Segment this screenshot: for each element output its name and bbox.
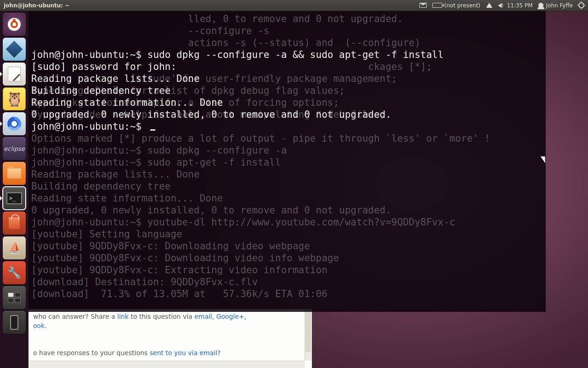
text-editor-icon: [8, 67, 21, 81]
bg-link-facebook[interactable]: ook: [33, 322, 45, 329]
top-panel: john@john-ubuntu: ~ (not present) 11:35 …: [0, 0, 588, 11]
battery-icon: [432, 3, 442, 8]
terminal-icon: >_: [6, 192, 22, 204]
eclipse-icon: eclipse: [4, 145, 24, 152]
launcher-phone[interactable]: [3, 311, 26, 334]
network-wifi-icon[interactable]: [486, 3, 492, 8]
unity-launcher: 🦉 eclipse >_ ⛵ 🔧: [0, 11, 28, 368]
battery-text: (not present): [444, 2, 480, 9]
bg-link-email[interactable]: email: [194, 313, 212, 320]
window-title: john@john-ubuntu: ~: [0, 2, 73, 9]
sound-volume-icon[interactable]: [498, 3, 502, 8]
ship-icon: ⛵: [8, 242, 21, 254]
launcher-text-editor[interactable]: [3, 63, 26, 86]
launcher-workspace-switcher[interactable]: [3, 286, 26, 309]
bg-text-line-1: who can answer? Share a link to this que…: [33, 312, 307, 331]
launcher-system-settings[interactable]: 🔧: [3, 261, 26, 284]
background-browser-window: who can answer? Share a link to this que…: [28, 309, 312, 368]
launcher-terminal[interactable]: >_: [3, 187, 26, 210]
bg-link-sent-email[interactable]: sent to you via email: [150, 349, 217, 356]
bg-text-line-2: o have responses to your questions sent …: [33, 348, 307, 357]
terminal-window[interactable]: lled, 0 to remove and 0 not upgraded. --…: [28, 11, 546, 312]
workspace-grid-icon: [8, 293, 21, 303]
launcher-vessel[interactable]: ⛵: [3, 236, 26, 259]
bg-link-share[interactable]: link: [117, 313, 129, 320]
bg-scrollbar-vertical[interactable]: [305, 309, 312, 361]
launcher-virtualbox[interactable]: [3, 38, 26, 61]
launcher-eclipse[interactable]: eclipse: [3, 137, 26, 160]
python-icon: 🦉: [6, 91, 23, 107]
launcher-chromium[interactable]: [3, 112, 26, 135]
system-gear-icon[interactable]: [578, 2, 584, 8]
mail-indicator-icon[interactable]: [419, 3, 427, 8]
bg-scrollbar-horizontal[interactable]: [28, 361, 305, 368]
launcher-files[interactable]: [3, 162, 26, 185]
terminal-output: john@john-ubuntu:~$ sudo dpkg --configur…: [31, 49, 543, 132]
shopping-bag-icon: [9, 217, 20, 229]
battery-indicator[interactable]: (not present): [432, 2, 480, 9]
clock[interactable]: 11:35 PM: [507, 2, 533, 9]
terminal-cursor: [150, 129, 155, 131]
wrench-gear-icon: 🔧: [7, 266, 21, 279]
bg-link-gplus[interactable]: Google+: [216, 313, 244, 320]
folder-icon: [7, 168, 21, 178]
launcher-dash-home[interactable]: [3, 13, 26, 36]
launcher-python-idle[interactable]: 🦉: [3, 87, 26, 110]
user-name: John Fyffe: [546, 2, 573, 9]
virtualbox-icon: [6, 41, 23, 58]
user-icon: [538, 3, 543, 8]
launcher-software-center[interactable]: [3, 212, 26, 235]
phone-icon: [10, 315, 18, 330]
user-menu[interactable]: John Fyffe: [538, 2, 573, 9]
chromium-icon: [7, 117, 21, 131]
ubuntu-logo-icon: [8, 18, 21, 31]
